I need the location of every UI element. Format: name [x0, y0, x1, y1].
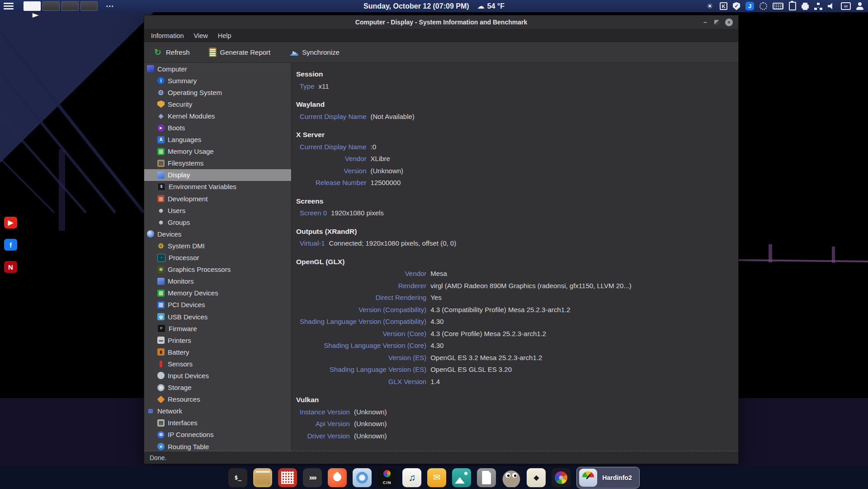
brightness-icon[interactable]: ☀: [705, 2, 714, 11]
mouse-icon: [157, 372, 165, 379]
sidebar-item-network[interactable]: ⊞Network: [144, 405, 291, 417]
generate-report-button[interactable]: Generate Report: [205, 45, 274, 60]
dock-item-darktable[interactable]: [552, 468, 571, 487]
sidebar-item-input-devices[interactable]: Input Devices: [144, 370, 291, 381]
magnifier-icon: [147, 230, 154, 237]
sidebar-item-environment-variables[interactable]: $Environment Variables: [144, 181, 291, 193]
shield-check-icon[interactable]: ✓: [733, 2, 740, 10]
overflow-dots-icon[interactable]: ⋯: [106, 1, 114, 11]
sidebar-item-firmware[interactable]: FFirmware: [144, 323, 291, 334]
toolbar: ↻RefreshGenerate Report☁Synchronize: [144, 42, 738, 63]
printer-icon[interactable]: [802, 5, 809, 9]
sidebar-item-sensors[interactable]: Sensors: [144, 358, 291, 370]
sidebar-item-graphics-processors[interactable]: ◉Graphics Processors: [144, 264, 291, 275]
restore-button[interactable]: [714, 20, 719, 25]
refresh-button[interactable]: ↻Refresh: [150, 45, 193, 60]
facebook-shortcut[interactable]: f: [4, 239, 17, 251]
sidebar-item-resources[interactable]: Resources: [144, 394, 291, 405]
field-label: Vendor: [296, 153, 371, 165]
dock-item-chromium[interactable]: [353, 468, 372, 487]
k-window-icon[interactable]: K: [720, 2, 727, 10]
screen-record-icon[interactable]: [760, 2, 767, 10]
sidebar-item-ip-connections[interactable]: ⊕IP Connections: [144, 429, 291, 441]
workspace-3[interactable]: [61, 1, 79, 11]
sidebar-item-memory-devices[interactable]: ▥Memory Devices: [144, 287, 291, 299]
dock-item-cinelerra[interactable]: CIN: [377, 468, 396, 487]
sidebar-item-computer[interactable]: Computer: [144, 63, 291, 75]
sidebar-item-display[interactable]: Display: [144, 169, 291, 181]
workspace-4[interactable]: [80, 1, 98, 11]
synchronize-button[interactable]: ☁Synchronize: [286, 45, 343, 60]
dock-item-file-manager[interactable]: [253, 468, 272, 487]
workspace-2[interactable]: [42, 1, 60, 11]
dock-item-browser-flame[interactable]: [328, 468, 347, 487]
menu-help[interactable]: Help: [214, 31, 236, 41]
field-value: x11: [319, 81, 329, 93]
sidebar-item-storage[interactable]: Storage: [144, 382, 291, 394]
sidebar-item-development[interactable]: ▦Development: [144, 193, 291, 204]
dock-item-photos[interactable]: [452, 468, 471, 487]
menu-view[interactable]: View: [190, 31, 212, 41]
workspace-1[interactable]: [24, 1, 41, 11]
system-tray: ☀K✓Jzz: [705, 2, 868, 11]
hardinfo2-window: Computer - Display - System Information …: [144, 15, 739, 464]
dock-item-music[interactable]: ♫: [402, 468, 421, 487]
screen-sleep-icon[interactable]: zz: [841, 2, 851, 10]
dock-item-document[interactable]: [477, 468, 496, 487]
sidebar-item-boots[interactable]: ▶Boots: [144, 122, 291, 133]
sidebar-item-printers[interactable]: ▬Printers: [144, 334, 291, 346]
clipboard-icon[interactable]: [789, 2, 796, 10]
minimize-button[interactable]: –: [702, 19, 708, 25]
sidebar-item-processor[interactable]: ▫Processor: [144, 252, 291, 264]
joplin-icon[interactable]: J: [745, 2, 754, 10]
dock-item-gimp[interactable]: [502, 468, 521, 487]
sidebar-item-routing-table[interactable]: ×Routing Table: [144, 441, 291, 451]
close-button[interactable]: ×: [725, 19, 733, 26]
clock-date[interactable]: Sunday, October 12 (07:09 PM): [363, 2, 469, 10]
sidebar-item-memory-usage[interactable]: ▥Memory Usage: [144, 146, 291, 157]
section-title-x-server: X Server: [296, 129, 735, 141]
field-value: Yes: [430, 292, 632, 304]
sidebar-item-filesystems[interactable]: ▤Filesystems: [144, 157, 291, 169]
field-label: Direct Rendering: [296, 292, 430, 304]
field-label: Version (Core): [296, 328, 430, 340]
sidebar-item-summary[interactable]: iSummary: [144, 75, 291, 86]
sidebar-item-security[interactable]: Security: [144, 98, 291, 110]
network-icon[interactable]: [814, 3, 822, 10]
keyboard-icon[interactable]: [773, 3, 783, 9]
weather-widget[interactable]: ☁ 54 °F: [477, 2, 505, 10]
dock-item-hardinfo2[interactable]: Hardinfo2: [576, 467, 639, 489]
thermometer-icon: [160, 361, 162, 367]
dock-item-inkscape[interactable]: ◆: [527, 468, 546, 487]
dock-item-qr-code[interactable]: [278, 468, 297, 487]
sidebar-item-interfaces[interactable]: ▤Interfaces: [144, 417, 291, 429]
youtube-shortcut[interactable]: ▶: [4, 217, 17, 228]
sidebar-item-battery[interactable]: ▮Battery: [144, 346, 291, 358]
sidebar-item-monitors[interactable]: Monitors: [144, 275, 291, 287]
field-label: Vendor: [296, 268, 430, 280]
menu-icon[interactable]: [4, 1, 14, 11]
sidebar-item-usb-devices[interactable]: ψUSB Devices: [144, 311, 291, 323]
sidebar-item-languages[interactable]: ALanguages: [144, 134, 291, 146]
menu-information[interactable]: Information: [147, 31, 188, 41]
sidebar-item-label: Summary: [168, 77, 197, 85]
network-icon: ⊞: [147, 408, 154, 415]
dock-item-mail[interactable]: ✉: [427, 468, 446, 487]
sidebar-item-pci-devices[interactable]: ▥PCI Devices: [144, 299, 291, 311]
sidebar-item-system-dmi[interactable]: ⚙System DMI: [144, 240, 291, 252]
titlebar[interactable]: Computer - Display - System Information …: [144, 15, 738, 29]
netflix-shortcut[interactable]: N: [4, 261, 17, 273]
sidebar-item-devices[interactable]: Devices: [144, 228, 291, 240]
dock-item-terminal[interactable]: $_: [228, 468, 247, 487]
sidebar-item-kernel-modules[interactable]: ◈Kernel Modules: [144, 110, 291, 122]
sidebar-item-groups[interactable]: ☻Groups: [144, 216, 291, 228]
sidebar-item-users[interactable]: ☻Users: [144, 204, 291, 216]
usb-icon: ψ: [157, 313, 165, 320]
volume-icon[interactable]: [828, 3, 835, 9]
user-icon[interactable]: [856, 2, 863, 10]
nic-icon: ▤: [157, 419, 165, 427]
section-table-session: Typex11: [296, 81, 329, 93]
sidebar-item-operating-system[interactable]: ⚙Operating System: [144, 86, 291, 98]
dock-item-video-player[interactable]: »»: [303, 468, 322, 487]
sidebar-item-label: Sensors: [168, 360, 193, 368]
